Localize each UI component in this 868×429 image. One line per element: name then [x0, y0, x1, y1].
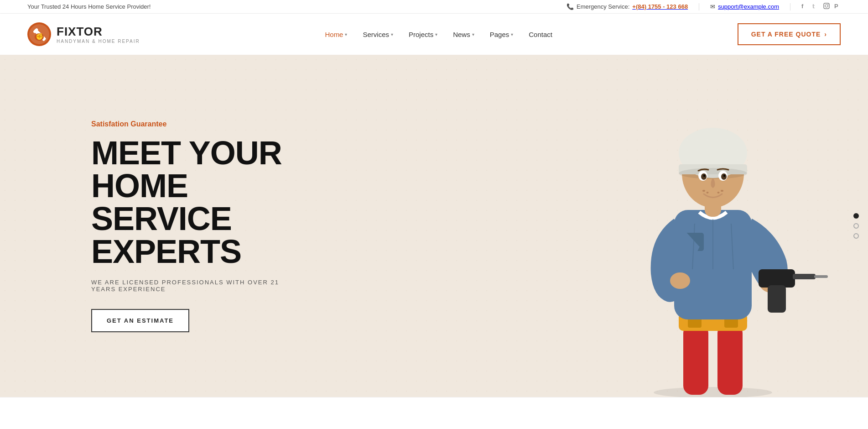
chevron-down-icon: ▾: [391, 32, 393, 37]
slide-dot-2[interactable]: [853, 223, 859, 229]
chevron-down-icon: ▾: [472, 32, 474, 37]
chevron-down-icon: ▾: [435, 32, 437, 37]
phone-icon: 📞: [567, 3, 574, 10]
slide-indicators: [853, 213, 859, 239]
get-estimate-button[interactable]: GET AN ESTIMATE: [91, 309, 189, 332]
svg-point-40: [721, 190, 723, 192]
logo-icon: ✊: [27, 22, 51, 46]
emergency-info: 📞 Emergency Service: +(84) 1755 - 123 66…: [567, 3, 688, 10]
topbar: Your Trusted 24 Hours Home Service Provi…: [0, 0, 868, 14]
email-link[interactable]: support@example.com: [718, 3, 779, 10]
svg-text:𝕥: 𝕥: [812, 3, 815, 9]
nav-link-services[interactable]: Services ▾: [356, 27, 400, 42]
facebook-link[interactable]: f: [801, 3, 808, 10]
instagram-icon: [823, 4, 830, 10]
twitter-link[interactable]: 𝕥: [812, 3, 819, 10]
nav-item-pages: Pages ▾: [483, 27, 520, 42]
svg-point-39: [717, 192, 720, 194]
nav-link-news[interactable]: News ▾: [447, 27, 481, 42]
nav-link-pages[interactable]: Pages ▾: [483, 27, 520, 42]
svg-text:P: P: [834, 3, 838, 9]
nav-link-projects[interactable]: Projects ▾: [402, 27, 444, 42]
hero-title: MEET YOUR HOME SERVICE EXPERTS: [91, 136, 283, 268]
nav-item-projects: Projects ▾: [402, 27, 444, 42]
svg-rect-25: [814, 275, 828, 278]
instagram-link[interactable]: [823, 3, 830, 10]
emergency-label: Emergency Service:: [577, 3, 629, 10]
nav-item-services: Services ▾: [356, 27, 400, 42]
svg-rect-24: [768, 285, 786, 313]
svg-point-4: [828, 4, 829, 5]
get-quote-button[interactable]: GET A FREE QUOTE ›: [738, 23, 841, 45]
slide-dot-3[interactable]: [853, 233, 859, 239]
twitter-icon: 𝕥: [812, 4, 819, 10]
slide-dot-1[interactable]: [853, 213, 859, 219]
logo-subtitle: HANDYMAN & HOME REPAIR: [57, 39, 140, 44]
hero-content: Satisfation Guarantee MEET YOUR HOME SER…: [0, 84, 310, 369]
pinterest-link[interactable]: P: [834, 3, 841, 10]
svg-point-41: [670, 272, 690, 289]
topbar-divider2: [790, 3, 790, 10]
svg-rect-22: [759, 269, 795, 288]
svg-point-35: [703, 175, 705, 177]
logo-link[interactable]: ✊ FIXTOR HANDYMAN & HOME REPAIR: [27, 22, 140, 46]
facebook-icon: f: [801, 4, 808, 10]
pinterest-icon: P: [834, 4, 841, 10]
svg-point-38: [707, 192, 709, 194]
svg-point-30: [679, 168, 747, 179]
svg-rect-15: [717, 324, 743, 395]
social-links: f 𝕥 P: [801, 3, 841, 10]
svg-point-3: [825, 5, 828, 7]
email-info: ✉ support@example.com: [710, 3, 779, 10]
nav-link-home[interactable]: Home ▾: [318, 27, 353, 42]
worker-figure-svg: [594, 78, 832, 397]
hero-tagline: Satisfation Guarantee: [91, 120, 283, 128]
svg-rect-23: [793, 274, 816, 279]
nav-item-news: News ▾: [447, 27, 481, 42]
logo-title: FIXTOR: [57, 25, 140, 39]
svg-rect-2: [824, 3, 829, 9]
topbar-tagline: Your Trusted 24 Hours Home Service Provi…: [27, 3, 151, 10]
hero-worker-image: [594, 78, 832, 397]
chevron-down-icon: ▾: [511, 32, 513, 37]
svg-point-13: [654, 387, 772, 397]
nav-links: Home ▾ Services ▾ Projects ▾ News ▾ Page: [318, 27, 559, 42]
nav-item-contact: Contact: [522, 27, 559, 42]
chevron-down-icon: ▾: [345, 32, 347, 37]
hero-section: Satisfation Guarantee MEET YOUR HOME SER…: [0, 55, 868, 397]
svg-text:✊: ✊: [36, 33, 44, 41]
email-icon: ✉: [710, 3, 715, 10]
bottom-strip: [0, 397, 868, 424]
logo-text: FIXTOR HANDYMAN & HOME REPAIR: [57, 25, 140, 44]
arrow-right-icon: ›: [824, 31, 827, 38]
navbar: ✊ FIXTOR HANDYMAN & HOME REPAIR Home ▾ S…: [0, 14, 868, 55]
nav-link-contact[interactable]: Contact: [522, 27, 559, 42]
topbar-divider1: [699, 3, 699, 10]
svg-rect-14: [683, 324, 708, 395]
svg-point-37: [702, 190, 705, 192]
emergency-phone[interactable]: +(84) 1755 - 123 668: [632, 3, 688, 10]
nav-item-home: Home ▾: [318, 27, 353, 42]
hero-subtitle: WE ARE LICENSED PROFESSIONALS WITH OVER …: [91, 279, 283, 293]
svg-point-36: [723, 175, 725, 177]
topbar-right: 📞 Emergency Service: +(84) 1755 - 123 66…: [567, 3, 841, 10]
svg-text:f: f: [801, 3, 804, 9]
